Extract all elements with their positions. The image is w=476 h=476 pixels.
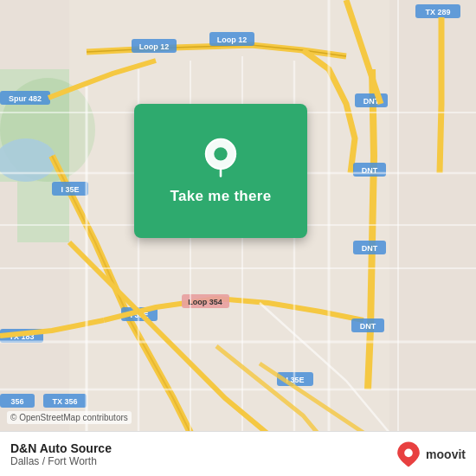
svg-text:I 35E: I 35E — [61, 185, 79, 194]
svg-text:TX 289: TX 289 — [425, 8, 450, 16]
take-me-there-card[interactable]: Take me there — [134, 104, 307, 238]
location-pin-icon — [200, 138, 241, 179]
svg-text:356: 356 — [10, 397, 23, 406]
moovit-icon — [395, 441, 422, 468]
map-attribution: © OpenStreetMap contributors — [7, 411, 132, 424]
moovit-logo: moovit — [395, 441, 466, 468]
moovit-text: moovit — [426, 447, 466, 461]
map-roads: I 35E I 35E I 35E Loop 12 Loop 12 TX 289… — [0, 0, 476, 476]
svg-text:Loop 12: Loop 12 — [217, 35, 248, 44]
svg-point-38 — [404, 448, 413, 457]
place-info: D&N Auto Source Dallas / Fort Worth — [10, 441, 112, 467]
place-name: D&N Auto Source — [10, 441, 112, 455]
svg-text:Loop 12: Loop 12 — [139, 42, 170, 51]
take-me-there-label: Take me there — [170, 188, 272, 205]
svg-text:Loop 354: Loop 354 — [188, 298, 222, 306]
bottom-info-bar: D&N Auto Source Dallas / Fort Worth moov… — [0, 431, 476, 476]
map-container: I 35E I 35E I 35E Loop 12 Loop 12 TX 289… — [0, 0, 476, 476]
svg-point-36 — [214, 147, 227, 160]
svg-text:DNT: DNT — [362, 244, 378, 253]
place-location: Dallas / Fort Worth — [10, 455, 112, 467]
svg-text:Spur 482: Spur 482 — [9, 94, 42, 103]
svg-text:DNT: DNT — [360, 322, 376, 331]
svg-text:TX 356: TX 356 — [52, 397, 77, 406]
